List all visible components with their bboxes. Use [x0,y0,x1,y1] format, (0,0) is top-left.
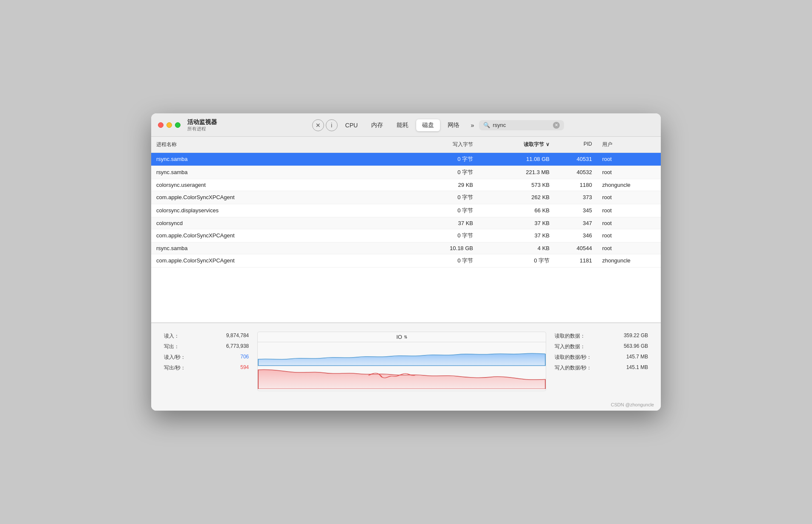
cell-read: 37 KB [478,230,555,241]
stat-row-reads-per-sec: 读入/秒： 706 [164,353,249,362]
empty-area [151,268,661,323]
cell-user: root [597,217,661,229]
stat-row-data-write-per-sec: 写入的数据/秒： 145.1 MB [555,363,648,372]
table-row[interactable]: colorsync.displayservices 0 字节 66 KB 345… [151,204,661,217]
close-button[interactable] [158,122,164,128]
table-row[interactable]: com.apple.ColorSyncXPCAgent 0 字节 262 KB … [151,191,661,204]
cell-read: 221.3 MB [478,166,555,178]
cell-name: com.apple.ColorSyncXPCAgent [151,192,410,203]
cell-read: 0 字节 [478,254,555,267]
tab-network[interactable]: 网络 [442,119,465,131]
cell-user: root [597,192,661,203]
cell-name: colorsync.displayservices [151,205,410,216]
sort-icon: ∨ [546,141,550,147]
cell-user: zhonguncle [597,255,661,266]
chart-body [258,342,546,391]
stat-val-data-write-per-sec: 145.1 MB [626,364,648,372]
cell-name: rsync.samba [151,153,410,165]
table-row[interactable]: com.apple.ColorSyncXPCAgent 0 字节 0 字节 11… [151,254,661,268]
stats-right: 读取的数据： 359.22 GB 写入的数据： 563.96 GB 读取的数据/… [555,332,648,372]
cell-read: 66 KB [478,205,555,216]
chart-title: IO [396,334,402,340]
traffic-lights [158,122,180,128]
stat-row-data-write: 写入的数据： 563.96 GB [555,342,648,351]
chart-header: IO ⇅ [258,332,546,342]
cell-write: 0 字节 [410,229,478,242]
info-icon-btn[interactable]: i [326,119,338,131]
bottom-panel: 读入： 9,874,784 写出： 6,773,938 读入/秒： 706 写出… [151,323,661,400]
stat-val-data-write: 563.96 GB [624,343,648,350]
cell-name: rsync.samba [151,242,410,254]
cell-pid: 40532 [555,166,597,178]
search-input[interactable] [493,122,544,128]
table-row[interactable]: rsync.samba 0 字节 11.08 GB 40531 root [151,153,661,166]
stat-row-reads: 读入： 9,874,784 [164,332,249,341]
search-box: 🔍 ✕ [479,120,564,130]
more-tabs-button[interactable]: » [467,120,477,131]
io-chart: IO ⇅ [257,332,546,391]
cell-name: rsync.samba [151,166,410,178]
cell-write: 0 字节 [410,166,478,179]
cell-pid: 346 [555,230,597,241]
table-row[interactable]: com.apple.ColorSyncXPCAgent 0 字节 37 KB 3… [151,229,661,242]
table-row[interactable]: colorsync.useragent 29 KB 573 KB 1180 zh… [151,179,661,191]
cell-pid: 1181 [555,255,597,266]
th-user[interactable]: 用户 [597,139,661,150]
stat-val-writes: 6,773,938 [226,343,249,350]
cell-name: com.apple.ColorSyncXPCAgent [151,230,410,241]
stat-label-data-write-per-sec: 写入的数据/秒： [555,364,592,372]
clear-search-button[interactable]: ✕ [553,122,560,129]
th-name[interactable]: 进程名称 [151,139,410,150]
cell-user: root [597,166,661,178]
cell-read: 573 KB [478,179,555,191]
stat-row-data-read-per-sec: 读取的数据/秒： 145.7 MB [555,353,648,362]
table-row[interactable]: rsync.samba 0 字节 221.3 MB 40532 root [151,166,661,179]
table-header: 进程名称 写入字节 读取字节 ∨ PID 用户 [151,137,661,153]
cell-write: 0 字节 [410,153,478,166]
cell-pid: 40531 [555,153,597,165]
stat-val-reads-per-sec: 706 [240,354,249,361]
titlebar: 活动监视器 所有进程 ✕ i CPU 内存 能耗 磁盘 网络 » 🔍 ✕ [151,113,661,137]
cell-write: 37 KB [410,217,478,229]
chart-svg [258,342,546,389]
table-body: rsync.samba 0 字节 11.08 GB 40531 root rsy… [151,153,661,268]
tab-memory[interactable]: 内存 [365,119,389,131]
stat-label-reads: 读入： [164,332,179,340]
tab-cpu[interactable]: CPU [339,120,364,131]
close-icon-btn[interactable]: ✕ [312,119,324,131]
cell-write: 29 KB [410,179,478,191]
cell-pid: 373 [555,192,597,203]
app-title: 活动监视器 [187,118,217,126]
cell-write: 10.18 GB [410,242,478,254]
cell-write: 0 字节 [410,204,478,217]
stat-row-writes-per-sec: 写出/秒： 594 [164,363,249,372]
th-pid[interactable]: PID [555,139,597,150]
info-icon: i [331,122,332,129]
toolbar: ✕ i CPU 内存 能耗 磁盘 网络 » 🔍 ✕ [222,119,654,131]
stat-val-writes-per-sec: 594 [240,364,249,372]
cell-read: 11.08 GB [478,153,555,165]
activity-monitor-window: 活动监视器 所有进程 ✕ i CPU 内存 能耗 磁盘 网络 » 🔍 ✕ 进程名… [151,113,661,411]
cell-user: root [597,242,661,254]
stat-val-reads: 9,874,784 [226,332,249,340]
th-read[interactable]: 读取字节 ∨ [478,139,555,150]
cell-user: root [597,230,661,241]
tab-disk[interactable]: 磁盘 [416,119,440,131]
table-row[interactable]: colorsyncd 37 KB 37 KB 347 root [151,217,661,229]
search-icon: 🔍 [483,122,490,128]
cell-read: 37 KB [478,217,555,229]
stat-label-data-read-per-sec: 读取的数据/秒： [555,354,592,361]
cell-pid: 1180 [555,179,597,191]
table-row[interactable]: rsync.samba 10.18 GB 4 KB 40544 root [151,242,661,254]
minimize-button[interactable] [166,122,172,128]
cell-user: root [597,153,661,165]
cell-pid: 347 [555,217,597,229]
maximize-button[interactable] [175,122,180,128]
th-write[interactable]: 写入字节 [410,139,478,150]
stat-val-data-read: 359.22 GB [624,332,648,340]
cell-pid: 345 [555,205,597,216]
stat-val-data-read-per-sec: 145.7 MB [626,354,648,361]
stat-label-data-write: 写入的数据： [555,343,585,350]
stat-row-data-read: 读取的数据： 359.22 GB [555,332,648,341]
tab-energy[interactable]: 能耗 [391,119,414,131]
